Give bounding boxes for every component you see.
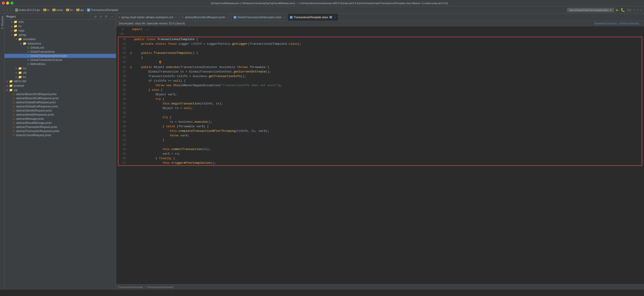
structure-panel-tab[interactable]: Z: Structure xyxy=(0,15,4,30)
proto-icon: ⬡ xyxy=(13,117,15,120)
list-item[interactable]: C GlobalTransactionalInterceptor xyxy=(4,54,116,58)
class-c-icon: C xyxy=(27,59,29,61)
git-status[interactable]: Git: ✓ ✓ ✓ xyxy=(627,8,643,12)
code-line: 27 GlobalTransaction tx = GlobalTransact… xyxy=(118,70,642,74)
left-panel-strip: Z: Structure xyxy=(0,14,4,290)
run-config-selector[interactable]: NacosSeataOrderServerApplication ▼ xyxy=(567,8,614,12)
list-item[interactable]: ⬡ abstractMessage.proto xyxy=(4,117,116,121)
folder-icon: 📁 xyxy=(14,20,17,24)
list-item[interactable]: ⬡ abstractIdentifyRequest.proto xyxy=(4,108,116,113)
folder-io-icon xyxy=(43,9,46,11)
minimize-button[interactable] xyxy=(6,2,9,5)
list-item[interactable]: ⬡ branchCommitRequest.proto xyxy=(4,133,116,137)
path3-label: tm xyxy=(70,9,73,12)
folder-icon: 📁 xyxy=(9,84,13,87)
chevron-right-icon xyxy=(6,89,9,91)
status-bar: TransactionalTemplate → TransactionalTem… xyxy=(116,284,644,290)
list-item[interactable]: 📁 META-INF xyxy=(4,79,116,83)
code-line: 28 TransactionInfo txInfo = business.get… xyxy=(118,74,642,79)
code-line: 19 xyxy=(116,32,644,36)
list-item[interactable]: ⬡ abstractResultMessage.proto xyxy=(4,121,116,125)
list-item[interactable]: 📁 protobuf xyxy=(4,83,116,88)
choose-sources-button[interactable]: Choose Sources... xyxy=(619,22,641,25)
list-item[interactable]: ⬡ abstractGlobalEndRequest.proto xyxy=(4,100,116,104)
class-c-icon: C xyxy=(27,55,29,57)
folder-icon: 📁 xyxy=(9,80,13,83)
list-item[interactable]: ⬡ abstractBranchEndResponse.proto xyxy=(4,96,116,100)
hide-panel-button[interactable]: — xyxy=(109,15,114,19)
sidebar-header: Project ⊕ ⊖ ⚙ — xyxy=(4,14,116,20)
close-button[interactable] xyxy=(2,2,5,5)
tab-abstract-branch[interactable]: ⬡ abstractBranchEndRequest.proto × xyxy=(179,14,231,21)
window-controls[interactable] xyxy=(2,2,14,5)
tab-close-button[interactable]: × xyxy=(334,16,336,19)
code-line: 26 @ public Object execute(Transactional… xyxy=(118,65,642,70)
list-item[interactable]: ⬡ abstractTransactionRequest.proto xyxy=(4,125,116,129)
tab-close-button[interactable]: × xyxy=(284,16,285,19)
tab-transactional-template[interactable]: C TransactionalTemplate.class 6 × xyxy=(288,14,338,21)
list-item[interactable]: C MethodDesc xyxy=(4,62,116,66)
jar-label: seata-all-0.9.0.jar xyxy=(19,9,40,12)
settings-button[interactable]: ⚙ xyxy=(104,15,108,19)
sidebar-title: Project xyxy=(6,15,92,18)
run-button[interactable]: ▶ xyxy=(616,8,619,12)
code-line: 45 var5 = rs; xyxy=(118,152,642,156)
class-tab-icon: C xyxy=(234,16,236,19)
list-item[interactable]: 📁 annotation xyxy=(4,37,116,41)
code-line: 8 import ... xyxy=(116,27,644,32)
class-g-icon: G xyxy=(27,50,30,53)
code-line: 25 6 xyxy=(118,60,642,65)
project-sidebar: Project ⊕ ⊖ ⚙ — 📁 sofa 📁 rm xyxy=(4,14,116,290)
list-item[interactable]: 📁 sql xyxy=(4,88,116,92)
list-item[interactable]: 📁 util xyxy=(4,70,116,75)
list-item[interactable]: 📁 rm xyxy=(4,24,116,28)
nav-back[interactable]: ← xyxy=(1,8,7,12)
list-item[interactable]: C GlobalTransactionScanner xyxy=(4,58,116,62)
class-g-icon: G xyxy=(27,46,30,49)
tab-pom[interactable]: X spring-cloud-starter-alibaba-seata/pom… xyxy=(116,14,179,21)
list-item[interactable]: ⬡ abstractTransactionResponse.proto xyxy=(4,129,116,133)
path4-label: api xyxy=(80,9,84,12)
class-c-icon: C xyxy=(27,63,29,65)
class-label: TransactionalTemplate xyxy=(91,9,118,12)
list-item[interactable]: ⬡ abstractIdentifyResponse.proto xyxy=(4,113,116,117)
run-config-label: NacosSeataOrderServerApplication xyxy=(569,9,609,12)
download-sources-button[interactable]: Download Sources xyxy=(594,22,617,25)
list-item[interactable]: 📁 tm xyxy=(4,75,116,79)
collapse-button[interactable]: ⊖ xyxy=(98,15,103,19)
list-item[interactable]: G GlobalLock xyxy=(4,46,116,50)
tab-pom-label: spring-cloud-starter-alibaba-seata/pom.x… xyxy=(121,16,173,19)
list-item[interactable]: 📁 saga xyxy=(4,28,116,33)
chevron-down-icon xyxy=(14,38,18,40)
nav-arrows[interactable]: ← → xyxy=(1,8,13,12)
chevron-right-icon xyxy=(10,21,14,23)
list-item[interactable]: ⬡ abstractBranchEndRequest.proto xyxy=(4,92,116,96)
folder-icon: 📁 xyxy=(23,42,26,45)
list-item[interactable]: 📁 datasource xyxy=(4,41,116,46)
list-item[interactable]: ⬡ abstractGlobalEndResponse.proto xyxy=(4,104,116,108)
code-highlight-region: 20 public class TransactionalTemplate { … xyxy=(118,37,642,166)
list-item[interactable]: 📁 spring xyxy=(4,33,116,37)
tab-global-interceptor[interactable]: C GlobalTransactionalInterceptor.class × xyxy=(231,14,288,21)
folder-icon: 📁 xyxy=(14,29,17,32)
list-item[interactable]: 📁 tcc xyxy=(4,66,116,70)
sidebar-action-buttons[interactable]: ⊕ ⊖ ⚙ — xyxy=(93,15,114,19)
code-editor[interactable]: 8 import ... 19 20 public class xyxy=(116,26,644,284)
locate-file-button[interactable]: ⊕ xyxy=(93,15,98,19)
tab-close-button[interactable]: × xyxy=(227,16,229,19)
list-item[interactable]: G GlobalTransactional xyxy=(4,50,116,54)
code-line: 35 Object rs = null; xyxy=(118,106,642,111)
tab-transactional-template-label: TransactionalTemplate.class xyxy=(294,16,328,19)
code-line: 44 this.commitTransaction(tx); xyxy=(118,147,642,152)
list-item[interactable]: 📁 sofa xyxy=(4,20,116,24)
folder-icon: 📁 xyxy=(9,88,13,92)
tab-abstract-branch-label: abstractBranchEndRequest.proto xyxy=(185,16,225,19)
tab-close-button[interactable]: × xyxy=(175,16,176,19)
nav-forward[interactable]: → xyxy=(8,8,13,12)
xml-icon: X xyxy=(118,16,120,19)
code-line: 24 } xyxy=(118,55,642,60)
debug-button[interactable]: 🐛 xyxy=(620,8,625,12)
code-line: 46 } finally { xyxy=(118,156,642,161)
maximize-button[interactable] xyxy=(10,2,14,5)
chevron-right-icon xyxy=(14,67,18,70)
